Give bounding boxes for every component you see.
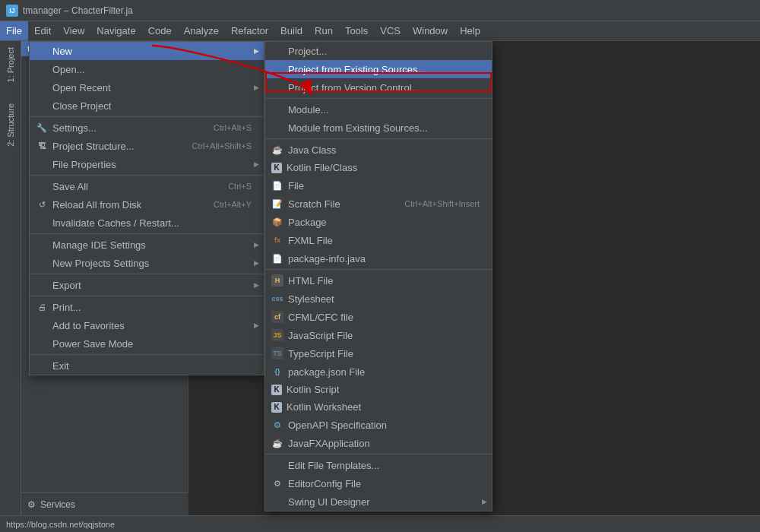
menu-analyze[interactable]: Analyze	[178, 21, 225, 40]
menu-item-new[interactable]: New	[30, 42, 264, 60]
menu-item-new-label: New	[52, 46, 252, 57]
menu-item-export[interactable]: Export	[30, 276, 264, 294]
project-existing-icon	[271, 63, 283, 75]
cfml-icon: cf	[271, 311, 283, 323]
html-icon: H	[271, 274, 283, 287]
new-project-existing[interactable]: Project from Existing Sources...	[265, 60, 492, 78]
status-url: https://blog.csdn.net/qqjstone	[6, 520, 115, 529]
file-menu-dropdown: New Open... Open Recent Close Project 🔧 …	[29, 41, 264, 375]
new-kotlin-file[interactable]: K Kotlin File/Class	[265, 159, 492, 176]
new-file[interactable]: 📄 File	[265, 176, 492, 195]
menu-item-file-props[interactable]: File Properties	[30, 155, 264, 173]
menu-item-exit[interactable]: Exit	[30, 356, 264, 375]
module-existing-icon	[271, 122, 283, 134]
new-fxml[interactable]: fx FXML File	[265, 231, 492, 249]
menu-item-project-structure[interactable]: 🏗 Project Structure... Ctrl+Alt+Shift+S	[30, 137, 264, 155]
sep2	[30, 175, 264, 176]
new-stylesheet-label: Stylesheet	[288, 293, 480, 305]
structure-icon: 🏗	[36, 140, 48, 152]
kotlin-worksheet-icon: K	[271, 402, 282, 413]
settings-icon: 🔧	[36, 122, 48, 134]
menu-navigate[interactable]: Navigate	[90, 21, 141, 40]
edit-file-templates[interactable]: Edit File Templates...	[265, 456, 492, 474]
menu-item-settings[interactable]: 🔧 Settings... Ctrl+Alt+S	[30, 119, 264, 137]
menu-item-save-all[interactable]: Save All Ctrl+S	[30, 177, 264, 195]
menu-item-favorites[interactable]: Add to Favorites	[30, 316, 264, 334]
menu-item-invalidate[interactable]: Invalidate Caches / Restart...	[30, 214, 264, 232]
new-fxml-label: FXML File	[288, 235, 480, 246]
new-package-label: Package	[288, 217, 480, 228]
menu-item-power-save[interactable]: Power Save Mode	[30, 334, 264, 353]
editorconfig-file[interactable]: ⚙ EditorConfig File	[265, 474, 492, 492]
new-ts-label: TypeScript File	[288, 348, 480, 359]
new-scratch-file[interactable]: 📝 Scratch File Ctrl+Alt+Shift+Insert	[265, 195, 492, 213]
services-label: Services	[40, 499, 75, 510]
new-package[interactable]: 📦 Package	[265, 213, 492, 231]
new-javafx-app[interactable]: ☕ JavaFXApplication	[265, 434, 492, 452]
new-typescript[interactable]: TS TypeScript File	[265, 344, 492, 363]
sep1	[265, 98, 492, 99]
sep3	[30, 233, 264, 234]
menu-item-manage-ide[interactable]: Manage IDE Settings	[30, 236, 264, 254]
reload-icon: ↺	[36, 198, 48, 211]
new-kotlin-script-label: Kotlin Script	[287, 384, 480, 395]
menu-run[interactable]: Run	[309, 21, 339, 40]
menu-window[interactable]: Window	[407, 21, 454, 40]
new-module[interactable]: Module...	[265, 100, 492, 119]
menu-item-open-recent[interactable]: Open Recent	[30, 78, 264, 97]
menu-item-close-project[interactable]: Close Project	[30, 97, 264, 115]
menu-edit[interactable]: Edit	[28, 21, 57, 40]
new-kotlin-worksheet[interactable]: K Kotlin Worksheet	[265, 398, 492, 416]
title-text: tmanager – ChacterFilter.ja	[23, 5, 133, 16]
new-javascript[interactable]: JS JavaScript File	[265, 326, 492, 344]
menu-item-power-save-label: Power Save Mode	[52, 338, 252, 350]
swing-label: Swing UI Designer	[288, 496, 480, 508]
new-java-class[interactable]: ☕ Java Class	[265, 141, 492, 159]
swing-ui-designer[interactable]: Swing UI Designer	[265, 492, 492, 511]
titlebar: IJ tmanager – ChacterFilter.ja	[0, 0, 760, 21]
menu-item-open[interactable]: Open...	[30, 60, 264, 78]
menu-help[interactable]: Help	[454, 21, 486, 40]
new-package-info[interactable]: 📄 package-info.java	[265, 249, 492, 268]
edit-templates-label: Edit File Templates...	[288, 460, 480, 471]
menu-build[interactable]: Build	[274, 21, 309, 40]
menu-item-manage-label: Manage IDE Settings	[52, 239, 252, 251]
new-scratch-label: Scratch File	[288, 198, 389, 210]
menu-file[interactable]: File	[0, 21, 28, 40]
new-openapi[interactable]: ⚙ OpenAPI Specification	[265, 416, 492, 434]
new-stylesheet[interactable]: css Stylesheet	[265, 290, 492, 308]
menu-refactor[interactable]: Refactor	[225, 21, 274, 40]
new-module-existing-label: Module from Existing Sources...	[288, 122, 480, 134]
menu-item-close-label: Close Project	[52, 100, 252, 112]
swing-icon	[271, 496, 283, 508]
menu-tools[interactable]: Tools	[339, 21, 374, 40]
save-icon	[36, 180, 48, 192]
new-module-label: Module...	[288, 104, 480, 116]
new-kotlin-label: Kotlin File/Class	[287, 162, 480, 173]
new-project[interactable]: Project...	[265, 42, 492, 60]
sep4	[265, 454, 492, 454]
kotlin-script-icon: K	[271, 385, 282, 395]
menu-vcs[interactable]: VCS	[374, 21, 407, 40]
sidebar-structure-label[interactable]: 2: Structure	[5, 100, 17, 150]
new-project-existing-label: Project from Existing Sources...	[288, 64, 480, 75]
sidebar-project-label[interactable]: 1: Project	[5, 44, 17, 85]
fxml-icon: fx	[271, 234, 283, 246]
new-module-existing[interactable]: Module from Existing Sources...	[265, 119, 492, 137]
new-html[interactable]: H HTML File	[265, 271, 492, 290]
menu-item-reload[interactable]: ↺ Reload All from Disk Ctrl+Alt+Y	[30, 195, 264, 214]
status-bar: https://blog.csdn.net/qqjstone	[0, 515, 760, 532]
menu-item-print[interactable]: 🖨 Print...	[30, 298, 264, 316]
menu-view[interactable]: View	[57, 21, 90, 40]
new-kotlin-script[interactable]: K Kotlin Script	[265, 381, 492, 398]
menu-item-new-projects[interactable]: New Projects Settings	[30, 254, 264, 272]
reload-shortcut: Ctrl+Alt+Y	[214, 200, 252, 209]
new-cfml[interactable]: cf CFML/CFC file	[265, 308, 492, 326]
new-package-json[interactable]: {} package.json File	[265, 363, 492, 381]
new-project-vcs[interactable]: Project from Version Control...	[265, 78, 492, 97]
left-panel: 1: Project 2: Structure	[0, 41, 21, 532]
menu-code[interactable]: Code	[142, 21, 178, 40]
new-file-label: File	[288, 180, 480, 192]
menu-item-new-projects-label: New Projects Settings	[52, 258, 252, 269]
new-java-class-label: Java Class	[288, 144, 480, 156]
